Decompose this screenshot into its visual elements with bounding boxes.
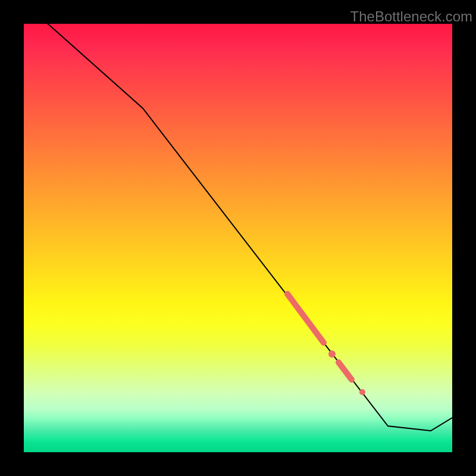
highlight-dot-1	[328, 350, 336, 358]
highlight-segment-1	[287, 294, 324, 343]
highlight-overlay	[24, 24, 452, 452]
highlight-segment-2	[339, 362, 352, 380]
watermark-text: TheBottleneck.com	[350, 8, 472, 25]
highlight-dot-2	[359, 389, 365, 395]
plot-area	[24, 24, 452, 452]
